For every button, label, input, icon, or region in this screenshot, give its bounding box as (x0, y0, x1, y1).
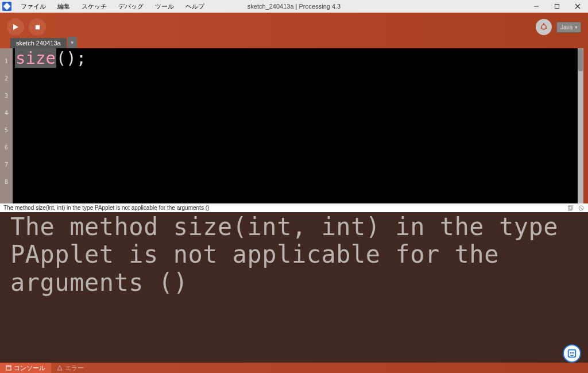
svg-rect-11 (569, 205, 572, 209)
svg-point-20 (572, 352, 574, 354)
code-area[interactable]: size(); (13, 48, 578, 203)
line-number: 7 (0, 156, 13, 174)
copy-icon[interactable] (567, 205, 574, 212)
window-title: sketch_240413a | Processing 4.3 (247, 3, 341, 10)
link-icon[interactable] (578, 205, 585, 212)
errors-tab-label: エラー (65, 364, 84, 372)
line-number: 3 (0, 87, 13, 105)
tab-bar: sketch 240413a ▼ (0, 37, 588, 48)
run-button[interactable] (7, 18, 24, 36)
errors-tab[interactable]: エラー (51, 363, 90, 374)
sketch-tab[interactable]: sketch 240413a (10, 38, 67, 48)
title-bar: ファイル 編集 スケッチ デバッグ ツール ヘルプ sketch_240413a… (0, 0, 588, 13)
menu-debug[interactable]: デバッグ (113, 2, 149, 11)
svg-rect-2 (555, 5, 559, 9)
svg-point-19 (570, 352, 572, 354)
mode-select[interactable]: Java (556, 22, 581, 33)
line-number: 2 (0, 70, 13, 87)
stop-button[interactable] (29, 18, 46, 36)
maximize-button[interactable] (547, 0, 567, 13)
svg-rect-12 (568, 206, 571, 210)
line-gutter: 1 2 3 4 5 6 7 8 (0, 48, 13, 203)
svg-marker-0 (3, 3, 11, 10)
menu-edit[interactable]: 編集 (52, 2, 76, 11)
scrollbar-thumb[interactable] (578, 48, 583, 71)
svg-line-14 (580, 207, 582, 209)
menu-sketch[interactable]: スケッチ (76, 2, 113, 11)
debug-button[interactable] (536, 19, 552, 35)
svg-rect-18 (568, 350, 576, 357)
status-message: The method size(int, int) in the type PA… (3, 205, 209, 211)
menu-tools[interactable]: ツール (149, 2, 180, 11)
minimize-button[interactable] (526, 0, 547, 13)
toolbar: Java (0, 17, 588, 37)
svg-marker-5 (13, 24, 18, 30)
line-number: 8 (0, 174, 13, 191)
console-tab[interactable]: コンソール (0, 363, 51, 374)
svg-rect-6 (35, 25, 39, 29)
svg-rect-15 (6, 366, 11, 370)
menu-help[interactable]: ヘルプ (180, 2, 210, 11)
console-tab-label: コンソール (14, 364, 45, 372)
code-token-func: size (15, 48, 56, 68)
menu-file[interactable]: ファイル (15, 2, 52, 11)
line-number: 6 (0, 139, 13, 156)
close-button[interactable] (567, 0, 588, 13)
code-editor: 1 2 3 4 5 6 7 8 size(); (0, 48, 583, 203)
status-bar: The method size(int, int) in the type PA… (0, 203, 588, 212)
line-number: 1 (0, 53, 13, 70)
svg-marker-17 (57, 366, 62, 370)
app-icon (2, 2, 11, 11)
code-token-rest: (); (56, 48, 86, 68)
assist-icon[interactable] (563, 344, 581, 363)
line-number: 5 (0, 122, 13, 139)
bottom-tabs: コンソール エラー (0, 363, 588, 373)
tab-dropdown[interactable]: ▼ (68, 37, 77, 48)
console-output: The method size(int, int) in the type PA… (0, 212, 588, 363)
menu-bar: ファイル 編集 スケッチ デバッグ ツール ヘルプ (15, 2, 210, 11)
line-number: 4 (0, 105, 13, 122)
svg-point-7 (541, 25, 546, 29)
editor-scrollbar[interactable] (578, 48, 583, 203)
